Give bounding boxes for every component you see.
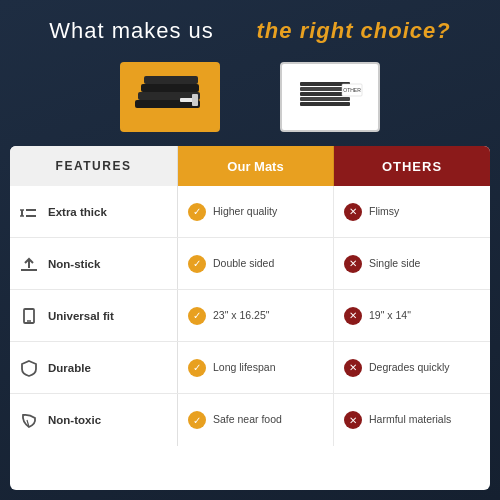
our-text: Long lifespan <box>213 361 275 375</box>
our-cell: ✓ Higher quality <box>178 186 334 237</box>
our-text: Safe near food <box>213 413 282 427</box>
feature-cell: Durable <box>10 342 178 393</box>
x-icon: ✕ <box>344 411 362 429</box>
page: What makes us the right choice? <box>0 0 500 500</box>
others-cell: ✕ 19" x 14" <box>334 290 490 341</box>
our-text: Higher quality <box>213 205 277 219</box>
table-row: Universal fit ✓ 23" x 16.25" ✕ 19" x 14" <box>10 290 490 342</box>
col-others-header: OTHERS <box>334 146 490 186</box>
feature-label: Universal fit <box>48 310 114 322</box>
non-toxic-icon <box>18 409 40 431</box>
other-product-image: OTHER <box>280 62 380 132</box>
other-text: Harmful materials <box>369 413 451 427</box>
svg-rect-2 <box>141 84 199 92</box>
table-body: Extra thick ✓ Higher quality ✕ Flimsy No… <box>10 186 490 446</box>
our-product-image <box>120 62 220 132</box>
others-cell: ✕ Degrades quickly <box>334 342 490 393</box>
check-icon: ✓ <box>188 411 206 429</box>
non-stick-icon <box>18 253 40 275</box>
others-cell: ✕ Single side <box>334 238 490 289</box>
other-text: Single side <box>369 257 420 271</box>
table-row: Extra thick ✓ Higher quality ✕ Flimsy <box>10 186 490 238</box>
durable-icon <box>18 357 40 379</box>
table-header: FEATURES Our Mats OTHERS <box>10 146 490 186</box>
x-icon: ✕ <box>344 203 362 221</box>
check-icon: ✓ <box>188 307 206 325</box>
feature-cell: Non-toxic <box>10 394 178 446</box>
x-icon: ✕ <box>344 307 362 325</box>
feature-label: Non-toxic <box>48 414 101 426</box>
comparison-table: FEATURES Our Mats OTHERS Extra thick ✓ H… <box>10 146 490 490</box>
other-mats-svg: OTHER <box>290 70 370 125</box>
universal-fit-icon <box>18 305 40 327</box>
title-part2: the right choice? <box>257 18 451 43</box>
svg-text:OTHER: OTHER <box>343 87 361 93</box>
other-text: 19" x 14" <box>369 309 411 323</box>
others-cell: ✕ Harmful materials <box>334 394 490 446</box>
feature-cell: Universal fit <box>10 290 178 341</box>
col-our-header: Our Mats <box>178 146 334 186</box>
feature-label: Durable <box>48 362 91 374</box>
check-icon: ✓ <box>188 203 206 221</box>
our-cell: ✓ Long lifespan <box>178 342 334 393</box>
feature-cell: Non-stick <box>10 238 178 289</box>
others-cell: ✕ Flimsy <box>334 186 490 237</box>
our-cell: ✓ 23" x 16.25" <box>178 290 334 341</box>
table-row: Durable ✓ Long lifespan ✕ Degrades quick… <box>10 342 490 394</box>
other-text: Degrades quickly <box>369 361 450 375</box>
feature-label: Extra thick <box>48 206 107 218</box>
page-title: What makes us the right choice? <box>20 18 480 44</box>
feature-cell: Extra thick <box>10 186 178 237</box>
our-cell: ✓ Safe near food <box>178 394 334 446</box>
extra-thick-icon <box>18 201 40 223</box>
col-features-header: FEATURES <box>10 146 178 186</box>
svg-rect-5 <box>192 94 198 106</box>
feature-label: Non-stick <box>48 258 100 270</box>
images-row: OTHER <box>0 54 500 146</box>
svg-rect-6 <box>300 102 350 106</box>
check-icon: ✓ <box>188 359 206 377</box>
our-text: 23" x 16.25" <box>213 309 270 323</box>
check-icon: ✓ <box>188 255 206 273</box>
our-cell: ✓ Double sided <box>178 238 334 289</box>
header: What makes us the right choice? <box>0 0 500 54</box>
table-row: Non-toxic ✓ Safe near food ✕ Harmful mat… <box>10 394 490 446</box>
table-row: Non-stick ✓ Double sided ✕ Single side <box>10 238 490 290</box>
our-text: Double sided <box>213 257 274 271</box>
x-icon: ✕ <box>344 359 362 377</box>
other-text: Flimsy <box>369 205 399 219</box>
x-icon: ✕ <box>344 255 362 273</box>
svg-rect-7 <box>300 97 350 101</box>
svg-rect-3 <box>144 76 198 84</box>
our-mats-svg <box>130 70 210 125</box>
title-part1: What makes us <box>49 18 214 43</box>
